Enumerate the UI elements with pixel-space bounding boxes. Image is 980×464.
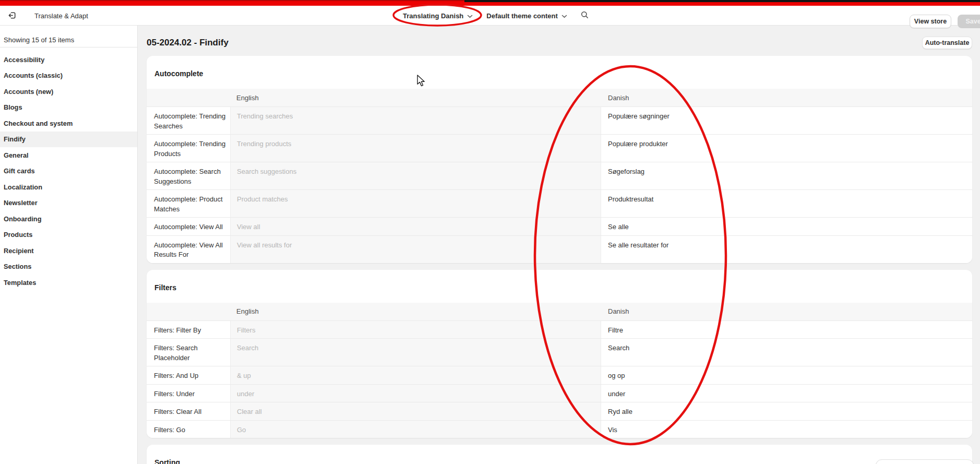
english-source-text: Product matches [230,190,601,217]
search-button[interactable] [581,11,589,21]
danish-translation-field[interactable]: Ryd alle [601,402,972,420]
sidebar-item-onboarding[interactable]: Onboarding [0,211,137,227]
translation-key-label: Autocomplete: Trending Searches [147,107,230,134]
danish-translation-field[interactable]: Se alle [601,218,972,235]
translation-key-label: Autocomplete: View All [147,218,230,235]
danish-translation-field[interactable]: Søgeforslag [601,162,972,189]
chevron-down-icon [467,12,473,20]
english-source-text: Search [230,339,601,366]
sidebar-item-accessibility[interactable]: Accessibility [0,52,137,68]
translation-key-label: Filters: Filter By [147,321,230,339]
translation-key-label: Filters: And Up [147,366,230,384]
language-selector-label: Translating Danish [403,12,463,20]
translation-key-label: Autocomplete: Search Suggestions [147,162,230,189]
translation-key-label: Filters: Clear All [147,402,230,420]
english-source-text: View all [230,218,601,235]
save-button[interactable]: Save [958,15,980,28]
black-top-line [464,0,980,2]
sidebar-item-general[interactable]: General [0,147,137,163]
exit-icon [8,11,17,22]
table-row: Autocomplete: Trending ProductsTrending … [147,134,972,162]
table-header-row: EnglishDanish [147,89,972,106]
theme-selector-label: Default theme content [486,12,558,20]
sidebar-item-templates[interactable]: Templates [0,275,137,291]
danish-translation-field[interactable]: Filtre [601,321,972,339]
sidebar-item-newsletter[interactable]: Newsletter [0,195,137,211]
table-row: Autocomplete: View AllView allSe alle [147,217,972,235]
sidebar-item-accounts-new[interactable]: Accounts (new) [0,84,137,100]
main-content: 05-2024.02 - Findify Auto-translate Auto… [138,26,980,464]
table-row: Autocomplete: Search SuggestionsSearch s… [147,162,972,189]
section-card-filters: FiltersEnglishDanishFilters: Filter ByFi… [147,270,972,438]
english-source-text: under [230,385,601,402]
translation-key-label: Filters: Search Placeholder [147,339,230,366]
header-center-controls: Translating Danish Default theme content [403,6,589,26]
table-row: Filters: Clear AllClear allRyd alle [147,402,972,420]
chevron-down-icon [561,12,567,20]
translation-key-label: Autocomplete: Product Matches [147,190,230,217]
danish-translation-field[interactable]: Vis [601,421,972,438]
section-card-sorting: SortingEnglishDanish [147,445,972,464]
danish-translation-field[interactable]: Se alle resultater for [601,236,972,263]
section-title: Sorting [147,445,972,464]
section-title: Autocomplete [147,56,972,89]
danish-translation-field[interactable]: Populære produkter [601,135,972,162]
exit-app-button[interactable] [5,9,19,23]
translation-key-label: Autocomplete: View All Results For [147,236,230,263]
language-selector[interactable]: Translating Danish [403,12,473,20]
top-header-bar: Translate & Adapt Translating Danish Def… [0,6,980,26]
sidebar-item-localization[interactable]: Localization [0,179,137,195]
search-icon [581,11,589,21]
english-source-text: Clear all [230,402,601,420]
section-card-autocomplete: AutocompleteEnglishDanishAutocomplete: T… [147,56,972,263]
english-source-text: Go [230,421,601,438]
table-row: Filters: Search PlaceholderSearchSearch [147,338,972,366]
sidebar-item-gift-cards[interactable]: Gift cards [0,163,137,180]
danish-translation-field[interactable]: Search [601,339,972,366]
danish-translation-field[interactable]: Populære søgninger [601,107,972,134]
table-row: Autocomplete: View All Results ForView a… [147,235,972,263]
theme-content-selector[interactable]: Default theme content [486,12,567,20]
column-header-danish: Danish [601,94,972,102]
danish-translation-field[interactable]: under [601,385,972,402]
english-source-text: Trending products [230,135,601,162]
translation-key-label: Autocomplete: Trending Products [147,135,230,162]
sidebar-item-checkout-and-system[interactable]: Checkout and system [0,115,137,132]
sidebar-item-products[interactable]: Products [0,227,137,243]
table-header-row: EnglishDanish [147,303,972,320]
partial-cutoff-button[interactable] [876,459,974,464]
sidebar-item-blogs[interactable]: Blogs [0,100,137,116]
sidebar-item-accounts-classic[interactable]: Accounts (classic) [0,68,137,84]
english-source-text: Filters [230,321,601,339]
sidebar-items-count: Showing 15 of 15 items [0,26,137,47]
sidebar-item-findify[interactable]: Findify [0,132,137,148]
auto-translate-button[interactable]: Auto-translate [922,37,972,49]
section-title: Filters [147,270,972,303]
sidebar-list: AccessibilityAccounts (classic)Accounts … [0,47,137,291]
table-row: Autocomplete: Trending SearchesTrending … [147,106,972,134]
sidebar-item-recipient[interactable]: Recipient [0,243,137,259]
danish-translation-field[interactable]: og op [601,366,972,384]
page-title: 05-2024.02 - Findify [147,38,229,48]
column-header-english: English [230,94,601,102]
table-row: Filters: Underunderunder [147,384,972,402]
english-source-text: & up [230,366,601,384]
english-source-text: Search suggestions [230,162,601,189]
translation-key-label: Filters: Go [147,421,230,438]
table-row: Filters: GoGoVis [147,420,972,438]
english-source-text: Trending searches [230,107,601,134]
english-source-text: View all results for [230,236,601,263]
app-title: Translate & Adapt [34,6,88,26]
view-store-button[interactable]: View store [910,15,951,28]
translation-key-label: Filters: Under [147,385,230,402]
danish-translation-field[interactable]: Produktresultat [601,190,972,217]
table-row: Filters: Filter ByFiltersFiltre [147,320,972,339]
section-cards: AutocompleteEnglishDanishAutocomplete: T… [147,56,972,464]
sidebar: Showing 15 of 15 items AccessibilityAcco… [0,26,138,464]
column-header-danish: Danish [601,307,972,315]
table-row: Autocomplete: Product MatchesProduct mat… [147,189,972,217]
column-header-english: English [230,307,601,315]
table-row: Filters: And Up& upog op [147,366,972,384]
sidebar-item-sections[interactable]: Sections [0,259,137,275]
